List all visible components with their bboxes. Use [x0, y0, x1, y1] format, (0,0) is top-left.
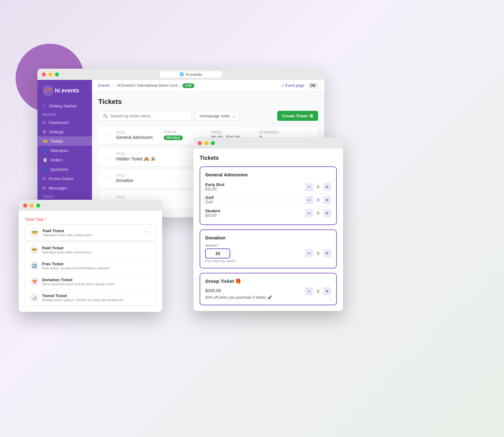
- option-text: Paid Ticket Standard ticket with a fixed…: [42, 246, 91, 254]
- amount-label: Amount *: [205, 243, 235, 247]
- address-bar[interactable]: 🌐 hi.events: [160, 71, 222, 78]
- qty-control: − 0 +: [305, 209, 331, 217]
- donation-ticket-icon: 💝: [30, 277, 39, 286]
- sort-select[interactable]: Homepage order ⌄: [196, 111, 240, 121]
- logo: hi.events: [37, 85, 92, 101]
- breadcrumb-current: Hi.Events's International Demo Conf...: [117, 83, 181, 88]
- sidebar-item-promo-codes[interactable]: ⊙ Promo Codes: [37, 174, 92, 183]
- page-title: Tickets: [98, 98, 318, 106]
- option-tiered-ticket[interactable]: 📊 Tiered Ticket Multiple price options. …: [25, 290, 156, 305]
- donation-row: Amount * Pay what you want! − 0 +: [205, 243, 331, 263]
- donation-card: Donation Amount * Pay what you want! − 0…: [200, 229, 337, 268]
- qty-control: − 0 +: [305, 249, 331, 257]
- ticket-type-select[interactable]: 💳 Paid Ticket Standard ticket with a fix…: [25, 224, 156, 241]
- topbar: Events → Hi.Events's International Demo …: [92, 80, 324, 91]
- breadcrumb-separator: →: [112, 83, 115, 88]
- tickets-icon: 🎫: [42, 139, 48, 144]
- free-ticket-icon: 🆓: [30, 261, 39, 270]
- external-link-icon: ↗: [281, 83, 284, 88]
- questions-icon: 👤: [42, 167, 48, 172]
- paid-ticket-icon: 💳: [30, 245, 39, 254]
- tiered-ticket-icon: 📊: [30, 293, 39, 302]
- promo-icon: ⊙: [42, 176, 46, 181]
- sidebar: hi.events ☆ Getting Started Manage ⊙ Das…: [37, 80, 92, 217]
- chevron-down-icon: ⌄: [232, 114, 235, 118]
- tools-section-label: Tools: [37, 193, 92, 200]
- qty-minus-button[interactable]: −: [305, 249, 313, 257]
- overlay-traffic-light-yellow[interactable]: [204, 141, 208, 145]
- overlay-browser-titlebar: [193, 137, 343, 149]
- group-ticket-card: Group Ticket 🎁 $200.00 − 0 + 50% off whe…: [200, 273, 337, 305]
- traffic-light-yellow[interactable]: [48, 72, 52, 76]
- drag-handle[interactable]: ⋮⋮: [104, 155, 112, 160]
- group-ticket-row: $200.00 − 0 +: [205, 287, 331, 295]
- option-paid-ticket[interactable]: 💳 Paid Ticket Standard ticket with a fix…: [25, 242, 156, 258]
- sidebar-item-settings[interactable]: ⚙ Settings: [37, 127, 92, 136]
- qty-minus-button[interactable]: −: [305, 209, 313, 217]
- search-input[interactable]: [110, 114, 187, 118]
- ticket-type-row: Student $20.00 − 0 +: [205, 207, 331, 219]
- qty-plus-button[interactable]: +: [323, 196, 331, 204]
- overlay-traffic-light-green[interactable]: [211, 141, 215, 145]
- sidebar-item-questions[interactable]: 👤 Questions: [37, 164, 92, 174]
- drag-handle[interactable]: ⋮⋮: [104, 176, 112, 181]
- traffic-light-green[interactable]: [55, 72, 59, 76]
- qty-minus-button[interactable]: −: [305, 183, 313, 191]
- selected-option-icon: 💳: [30, 228, 40, 238]
- search-box[interactable]: 🔍: [98, 111, 192, 121]
- language-badge[interactable]: DE: [308, 82, 318, 89]
- sidebar-item-messages[interactable]: ✉ Messages: [37, 183, 92, 193]
- ticket-type-row: OAP OAP − 0 +: [205, 194, 331, 207]
- option-text: Tiered Ticket Multiple price options. Pe…: [42, 293, 124, 302]
- breadcrumb-events[interactable]: Events: [98, 83, 110, 88]
- settings-icon: ⚙: [42, 129, 46, 134]
- modal-titlebar: [19, 200, 162, 211]
- field-label: Ticket Type *: [25, 217, 156, 222]
- modal-traffic-light-yellow[interactable]: [30, 204, 34, 208]
- sidebar-item-dashboard[interactable]: ⊙ Dashboard: [37, 118, 92, 127]
- sidebar-item-getting-started[interactable]: ☆ Getting Started: [37, 101, 92, 110]
- general-admission-card: General Admission Early Bird $10.00 − 0 …: [200, 166, 337, 225]
- dashboard-icon: ⊙: [42, 120, 46, 125]
- option-donation-ticket[interactable]: 💝 Donation Ticket Set a minimum price an…: [25, 274, 156, 290]
- live-badge: LIVE: [182, 83, 194, 88]
- toolbar: 🔍 Homepage order ⌄ Create Ticket ⊞: [98, 111, 318, 121]
- overlay-traffic-light-red[interactable]: [198, 141, 202, 145]
- ticket-type-dropdown: 💳 Paid Ticket Standard ticket with a fix…: [25, 242, 156, 306]
- status-badge: ON SALE: [164, 135, 182, 140]
- modal-traffic-light-green[interactable]: [36, 204, 40, 208]
- svg-point-1: [47, 89, 49, 91]
- star-icon: ☆: [42, 103, 46, 108]
- qty-plus-button[interactable]: +: [323, 183, 331, 191]
- modal-body: Ticket Type * 💳 Paid Ticket Standard tic…: [19, 211, 162, 312]
- breadcrumb: Events → Hi.Events's International Demo …: [98, 83, 194, 88]
- qty-minus-button[interactable]: −: [305, 287, 313, 295]
- type-info: Early Bird $10.00: [205, 182, 224, 191]
- traffic-light-red[interactable]: [42, 72, 46, 76]
- qty-minus-button[interactable]: −: [305, 196, 313, 204]
- donation-amount-input[interactable]: [205, 248, 230, 258]
- qty-plus-button[interactable]: +: [323, 287, 331, 295]
- option-text: Donation Ticket Set a minimum price and …: [42, 277, 114, 286]
- option-text: Free Ticket Free ticket, no payment info…: [42, 262, 109, 270]
- attendees-icon: 👤: [42, 148, 48, 153]
- group-ticket-promo: 50% off when you purchase 5 tickets 🚀: [205, 295, 331, 300]
- drag-handle[interactable]: ⋮⋮: [104, 133, 112, 138]
- ticket-title-col: TITLE General Admission: [116, 131, 160, 140]
- logo-icon: [42, 85, 54, 96]
- modal-traffic-light-red[interactable]: [23, 204, 27, 208]
- create-icon: ⊞: [309, 113, 313, 118]
- event-page-button[interactable]: ↗ Event page: [281, 83, 304, 88]
- sidebar-item-orders[interactable]: 📋 Orders: [37, 155, 92, 164]
- option-free-ticket[interactable]: 🆓 Free Ticket Free ticket, no payment in…: [25, 258, 156, 274]
- search-icon: 🔍: [103, 114, 108, 118]
- sidebar-item-tickets[interactable]: 🎫 Tickets: [37, 136, 92, 146]
- tickets-panel: Tickets General Admission Early Bird $10…: [193, 149, 343, 311]
- orders-icon: 📋: [42, 157, 48, 162]
- qty-plus-button[interactable]: +: [323, 249, 331, 257]
- browser-titlebar: 🌐 hi.events: [37, 69, 324, 80]
- qty-plus-button[interactable]: +: [323, 209, 331, 217]
- create-ticket-button[interactable]: Create Ticket ⊞: [277, 111, 318, 121]
- select-box-content: 💳 Paid Ticket Standard ticket with a fix…: [30, 228, 92, 238]
- sidebar-item-attendees[interactable]: 👤 Attendees: [37, 146, 92, 155]
